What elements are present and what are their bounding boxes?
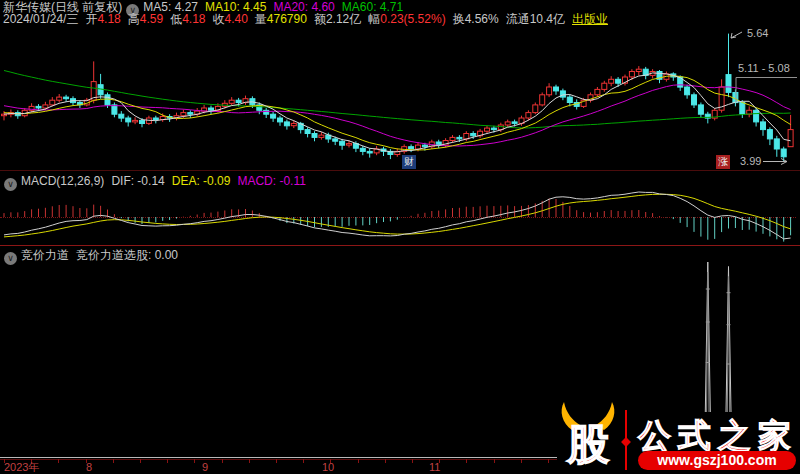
candlestick-panel xyxy=(0,25,800,171)
axis-tick xyxy=(466,459,467,463)
amount-label: 额 xyxy=(314,12,326,26)
axis-month-label: 11 xyxy=(429,462,440,473)
volume-value: 476790 xyxy=(267,12,307,26)
turnover-value: 4.56% xyxy=(465,12,499,26)
axis-tick xyxy=(358,459,359,463)
amount-value: 2.12亿 xyxy=(326,12,361,26)
close-label: 收 xyxy=(212,12,224,26)
axis-month-label: 9 xyxy=(202,462,208,473)
logo-url[interactable]: www.gszj100.com xyxy=(656,452,776,468)
float-label: 流通 xyxy=(506,12,530,26)
range-label: 幅 xyxy=(368,12,380,26)
axis-tick xyxy=(167,459,168,463)
axis-tick xyxy=(494,459,495,463)
axis-tick xyxy=(113,459,114,463)
range-value: 0.23(5.52%) xyxy=(380,12,445,26)
axis-top-line xyxy=(0,457,557,458)
turnover-label: 换 xyxy=(453,12,465,26)
axis-red-line xyxy=(0,459,557,460)
logo-diamond-icon xyxy=(621,437,631,447)
high-value: 4.59 xyxy=(140,12,163,26)
annotation-low-price: 3.99 xyxy=(740,155,761,167)
site-logo: 股 公式之家 www.gszj100.com xyxy=(552,396,800,474)
close-value: 4.40 xyxy=(224,12,247,26)
axis-tick xyxy=(303,459,304,463)
annotation-high-price: 5.64 xyxy=(747,27,768,39)
axis-year-label: 2023年 xyxy=(4,462,39,473)
industry-link[interactable]: 出版业 xyxy=(572,12,608,26)
volume-label: 量 xyxy=(255,12,267,26)
low-label: 低 xyxy=(170,12,182,26)
low-value: 4.18 xyxy=(182,12,205,26)
macd-panel xyxy=(0,171,800,245)
axis-tick xyxy=(412,459,413,463)
annotation-gap-range: 5.11 - 5.08 xyxy=(738,62,790,74)
stock-chart-window: 新华传媒(日线 前复权)∨MA5: 4.27MA10: 4.45MA20: 4.… xyxy=(0,0,800,474)
float-value: 10.4亿 xyxy=(530,12,565,26)
watermark-zhang-badge: 涨 xyxy=(716,155,730,169)
axis-tick xyxy=(222,459,223,463)
axis-month-label: 8 xyxy=(86,462,92,473)
axis-tick xyxy=(58,459,59,463)
axis-tick xyxy=(385,459,386,463)
date-value: 2024/01/24/三 xyxy=(3,12,78,26)
high-label: 高 xyxy=(128,12,140,26)
axis-tick xyxy=(140,459,141,463)
axis-tick xyxy=(548,459,549,463)
axis-tick xyxy=(194,459,195,463)
open-label: 开 xyxy=(85,12,97,26)
logo-site-name: 公式之家 xyxy=(637,417,798,454)
logo-gu-character: 股 xyxy=(566,421,610,468)
open-value: 4.18 xyxy=(97,12,120,26)
watermark-cai-badge: 财 xyxy=(402,155,416,169)
axis-tick xyxy=(521,459,522,463)
axis-tick xyxy=(276,459,277,463)
axis-month-label: 10 xyxy=(322,462,334,473)
axis-tick xyxy=(249,459,250,463)
